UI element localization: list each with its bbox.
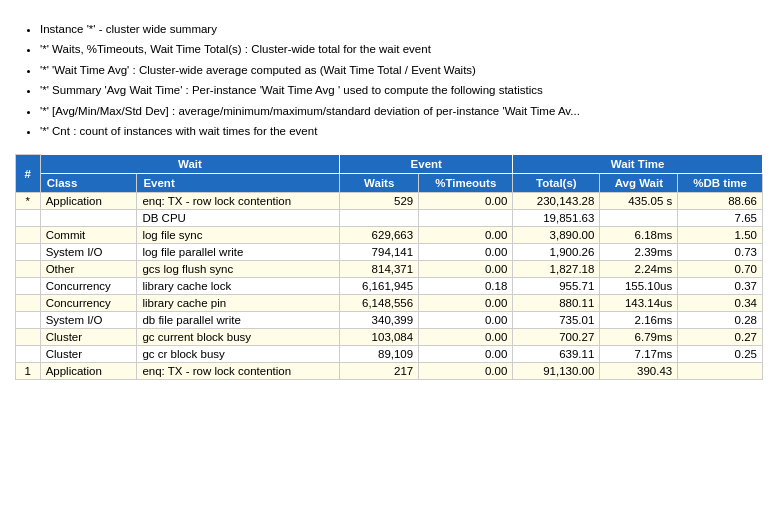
table-cell xyxy=(16,346,41,363)
table-cell: 0.00 xyxy=(419,329,513,346)
table-cell: Application xyxy=(40,193,137,210)
table-cell: 0.27 xyxy=(678,329,763,346)
table-cell: enq: TX - row lock contention xyxy=(137,363,340,380)
table-cell: 6.18ms xyxy=(600,227,678,244)
table-cell: gc cr block busy xyxy=(137,346,340,363)
table-cell: Cluster xyxy=(40,346,137,363)
col-waittime-group: Wait Time xyxy=(513,155,763,174)
table-cell xyxy=(16,278,41,295)
table-cell: 143.14us xyxy=(600,295,678,312)
col-class-header: Class xyxy=(40,174,137,193)
table-cell xyxy=(419,210,513,227)
bullet-item: '*' 'Wait Time Avg' : Cluster-wide avera… xyxy=(40,61,763,79)
table-cell: Concurrency xyxy=(40,295,137,312)
col-total-header: Total(s) xyxy=(513,174,600,193)
table-row: Othergcs log flush sync814,3710.001,827.… xyxy=(16,261,763,278)
table-cell: DB CPU xyxy=(137,210,340,227)
col-avgwait-header: Avg Wait xyxy=(600,174,678,193)
table-cell xyxy=(678,363,763,380)
bullet-item: '*' Waits, %Timeouts, Wait Time Total(s)… xyxy=(40,40,763,58)
col-wait-group: Wait xyxy=(40,155,340,174)
table-row: Concurrencylibrary cache lock6,161,9450.… xyxy=(16,278,763,295)
col-id-header: # xyxy=(16,155,41,193)
table-group-header-row: # Wait Event Wait Time xyxy=(16,155,763,174)
table-cell xyxy=(16,329,41,346)
table-cell: Cluster xyxy=(40,329,137,346)
table-cell xyxy=(16,227,41,244)
table-cell xyxy=(16,312,41,329)
table-row: Clustergc current block busy103,0840.007… xyxy=(16,329,763,346)
table-cell: 19,851.63 xyxy=(513,210,600,227)
table-cell: 2.39ms xyxy=(600,244,678,261)
table-row: System I/Olog file parallel write794,141… xyxy=(16,244,763,261)
table-cell: System I/O xyxy=(40,244,137,261)
col-dbtime-header: %DB time xyxy=(678,174,763,193)
table-cell: 6.79ms xyxy=(600,329,678,346)
table-cell: 103,084 xyxy=(340,329,419,346)
table-cell: 1.50 xyxy=(678,227,763,244)
table-cell xyxy=(40,210,137,227)
table-cell: 639.11 xyxy=(513,346,600,363)
table-row: *Applicationenq: TX - row lock contentio… xyxy=(16,193,763,210)
table-row: Commitlog file sync629,6630.003,890.006.… xyxy=(16,227,763,244)
table-row: System I/Odb file parallel write340,3990… xyxy=(16,312,763,329)
table-cell: gc current block busy xyxy=(137,329,340,346)
info-list: Instance '*' - cluster wide summary'*' W… xyxy=(15,20,763,140)
table-cell: 435.05 s xyxy=(600,193,678,210)
table-cell: 0.00 xyxy=(419,244,513,261)
table-cell: 0.25 xyxy=(678,346,763,363)
table-cell: 629,663 xyxy=(340,227,419,244)
table-cell: 0.00 xyxy=(419,261,513,278)
bullet-item: '*' Cnt : count of instances with wait t… xyxy=(40,122,763,140)
table-cell: 0.00 xyxy=(419,312,513,329)
table-cell: 390.43 xyxy=(600,363,678,380)
table-cell: Other xyxy=(40,261,137,278)
table-cell: 0.37 xyxy=(678,278,763,295)
table-row: DB CPU19,851.637.65 xyxy=(16,210,763,227)
table-cell: library cache pin xyxy=(137,295,340,312)
table-cell: 0.73 xyxy=(678,244,763,261)
table-cell: 880.11 xyxy=(513,295,600,312)
table-cell: * xyxy=(16,193,41,210)
table-cell: Commit xyxy=(40,227,137,244)
col-timeouts-header: %Timeouts xyxy=(419,174,513,193)
table-cell: 0.00 xyxy=(419,227,513,244)
table-cell: 7.65 xyxy=(678,210,763,227)
table-row: Clustergc cr block busy89,1090.00639.117… xyxy=(16,346,763,363)
table-cell: 0.00 xyxy=(419,363,513,380)
bullet-item: '*' [Avg/Min/Max/Std Dev] : average/mini… xyxy=(40,102,763,120)
table-cell: 7.17ms xyxy=(600,346,678,363)
table-cell: 6,161,945 xyxy=(340,278,419,295)
table-cell: 0.18 xyxy=(419,278,513,295)
table-cell: 1,827.18 xyxy=(513,261,600,278)
table-cell: 230,143.28 xyxy=(513,193,600,210)
timed-events-table: # Wait Event Wait Time Class Event Waits… xyxy=(15,154,763,380)
table-cell: log file sync xyxy=(137,227,340,244)
table-cell: 89,109 xyxy=(340,346,419,363)
table-cell: 955.71 xyxy=(513,278,600,295)
table-cell: 529 xyxy=(340,193,419,210)
table-cell: 2.24ms xyxy=(600,261,678,278)
table-cell: 2.16ms xyxy=(600,312,678,329)
table-cell: db file parallel write xyxy=(137,312,340,329)
table-cell: 6,148,556 xyxy=(340,295,419,312)
table-cell: 340,399 xyxy=(340,312,419,329)
col-event-group: Event xyxy=(340,155,513,174)
table-cell: 217 xyxy=(340,363,419,380)
table-cell: 155.10us xyxy=(600,278,678,295)
table-cell: 814,371 xyxy=(340,261,419,278)
table-cell: 88.66 xyxy=(678,193,763,210)
table-cell xyxy=(16,244,41,261)
col-waits-header: Waits xyxy=(340,174,419,193)
table-cell: library cache lock xyxy=(137,278,340,295)
table-cell: enq: TX - row lock contention xyxy=(137,193,340,210)
table-cell: 1,900.26 xyxy=(513,244,600,261)
table-cell: Application xyxy=(40,363,137,380)
bullet-item: '*' Summary 'Avg Wait Time' : Per-instan… xyxy=(40,81,763,99)
table-cell: 3,890.00 xyxy=(513,227,600,244)
table-cell: 0.34 xyxy=(678,295,763,312)
table-body: *Applicationenq: TX - row lock contentio… xyxy=(16,193,763,380)
table-cell: 91,130.00 xyxy=(513,363,600,380)
table-row: 1Applicationenq: TX - row lock contentio… xyxy=(16,363,763,380)
table-cell: 0.00 xyxy=(419,346,513,363)
